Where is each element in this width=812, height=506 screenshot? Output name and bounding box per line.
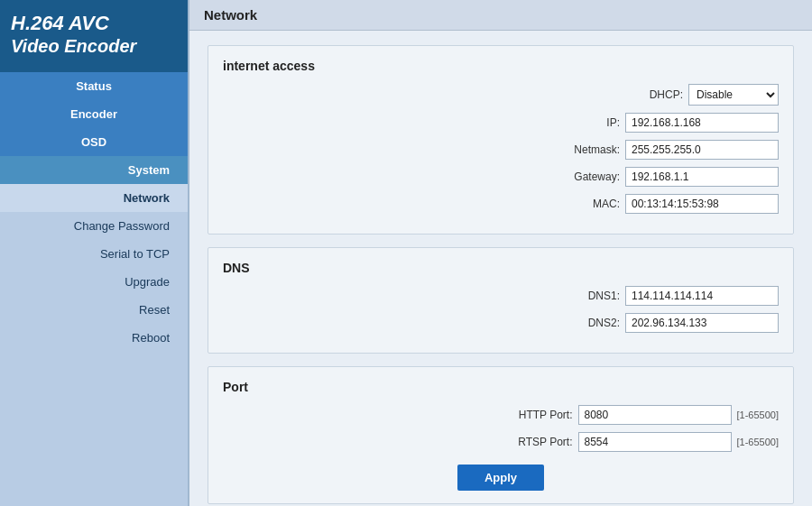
http-port-label: HTTP Port: <box>501 409 573 421</box>
gateway-label: Gateway: <box>548 170 620 183</box>
dhcp-label: DHCP: <box>611 88 683 101</box>
dns2-row: DNS2: <box>223 313 779 333</box>
mac-label: MAC: <box>548 198 620 210</box>
port-section: Port HTTP Port: [1-65500] RTSP Port: [1-… <box>208 366 794 504</box>
dns2-label: DNS2: <box>548 317 620 329</box>
http-port-hint: [1-65500] <box>737 409 779 420</box>
sidebar-item-status[interactable]: Status <box>0 72 188 100</box>
sidebar-nav: Status Encoder OSD System Network Change… <box>0 72 188 506</box>
dns2-input[interactable] <box>625 313 779 333</box>
sidebar: H.264 AVC Video Encoder Status Encoder O… <box>0 0 189 506</box>
sidebar-item-serial-to-tcp[interactable]: Serial to TCP <box>0 240 188 268</box>
rtsp-port-hint: [1-65500] <box>737 437 779 447</box>
netmask-label: Netmask: <box>548 143 620 156</box>
port-title: Port <box>223 380 779 394</box>
gateway-input[interactable] <box>625 167 779 187</box>
rtsp-port-label: RTSP Port: <box>501 436 573 448</box>
apply-button[interactable]: Apply <box>457 465 544 491</box>
sidebar-item-encoder[interactable]: Encoder <box>0 100 188 128</box>
dns-title: DNS <box>223 261 779 275</box>
page-title: Network <box>189 0 812 31</box>
ip-label: IP: <box>548 116 620 129</box>
sidebar-item-network[interactable]: Network <box>0 184 188 212</box>
dns-section: DNS DNS1: DNS2: <box>208 247 794 354</box>
apply-row: Apply <box>223 459 779 491</box>
http-port-input[interactable] <box>578 405 732 425</box>
app-title-line2: Video Encoder <box>11 35 177 57</box>
rtsp-port-row: RTSP Port: [1-65500] <box>223 432 779 452</box>
sidebar-item-reboot[interactable]: Reboot <box>0 324 188 352</box>
dns1-row: DNS1: <box>223 286 779 306</box>
dhcp-select[interactable]: Disable Enable <box>688 84 779 106</box>
dhcp-row: DHCP: Disable Enable <box>223 84 779 106</box>
http-port-row: HTTP Port: [1-65500] <box>223 405 779 425</box>
rtsp-port-input[interactable] <box>578 432 732 452</box>
internet-access-title: internet access <box>223 59 779 73</box>
internet-access-section: internet access DHCP: Disable Enable IP:… <box>208 45 794 235</box>
sidebar-item-reset[interactable]: Reset <box>0 296 188 324</box>
main-content: Network internet access DHCP: Disable En… <box>189 0 812 506</box>
netmask-input[interactable] <box>625 140 779 160</box>
dns1-label: DNS1: <box>548 290 620 302</box>
sidebar-item-change-password[interactable]: Change Password <box>0 212 188 240</box>
mac-row: MAC: <box>223 194 779 214</box>
sidebar-item-osd[interactable]: OSD <box>0 128 188 156</box>
netmask-row: Netmask: <box>223 140 779 160</box>
gateway-row: Gateway: <box>223 167 779 187</box>
sidebar-item-system[interactable]: System <box>0 156 188 184</box>
sidebar-item-upgrade[interactable]: Upgrade <box>0 268 188 296</box>
content-area: internet access DHCP: Disable Enable IP:… <box>189 31 812 506</box>
ip-row: IP: <box>223 113 779 133</box>
mac-input[interactable] <box>625 194 779 214</box>
app-title: H.264 AVC Video Encoder <box>0 0 188 72</box>
app-title-line1: H.264 AVC <box>11 12 177 35</box>
ip-input[interactable] <box>625 113 779 133</box>
dns1-input[interactable] <box>625 286 779 306</box>
